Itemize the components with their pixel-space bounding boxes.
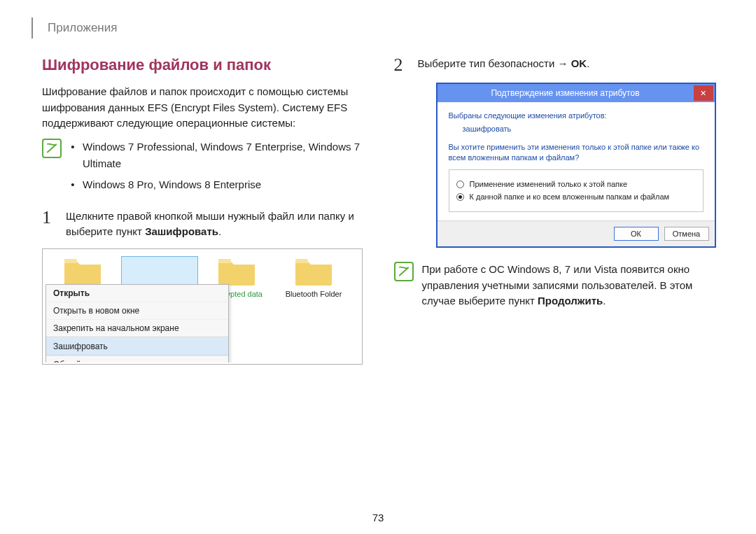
radio-option-recursive[interactable]: К данной папке и ко всем вложенным папка…: [456, 192, 696, 202]
bullet-dot: •: [70, 139, 76, 172]
radio-group: Применение изменений только к этой папке…: [449, 169, 704, 213]
bullet-dot: •: [70, 176, 76, 193]
page-corner-rule: [31, 17, 36, 38]
note2-bold: Продолжить: [538, 295, 603, 307]
folder-label: Bluetooth Folder: [286, 290, 342, 298]
step2-text-a: Выберите тип безопасности: [418, 57, 558, 69]
cancel-button[interactable]: Отмена: [664, 227, 709, 241]
dialog-line2: зашифровать: [463, 124, 704, 134]
step1-text-b: .: [218, 225, 221, 237]
step-1: 1 Щелкните правой кнопкой мыши нужный фа…: [42, 209, 363, 240]
page-number: 73: [42, 512, 714, 524]
dialog-line3: Вы хотите применить эти изменения только…: [449, 142, 704, 164]
arrow-icon: →: [558, 57, 568, 69]
close-icon[interactable]: ✕: [694, 85, 713, 101]
note-icon: [394, 262, 414, 281]
radio-icon: [456, 193, 464, 201]
ctx-item-pin[interactable]: Закрепить на начальном экране: [46, 319, 228, 337]
step1-bold: Зашифровать: [145, 225, 218, 237]
supported-os-note: •Windows 7 Professional, Windows 7 Enter…: [42, 139, 363, 197]
folder-icon: [63, 256, 102, 287]
ctx-item-open-new[interactable]: Открыть в новом окне: [46, 302, 228, 319]
bullet-text: Windows 7 Professional, Windows 7 Enterp…: [83, 139, 363, 172]
radio-label: Применение изменений только к этой папке: [470, 179, 628, 190]
dialog-title: Подтверждение изменения атрибутов: [438, 88, 694, 98]
radio-option-folder-only[interactable]: Применение изменений только к этой папке: [456, 179, 696, 190]
ctx-item-share[interactable]: Общий доступ: [46, 356, 228, 363]
note-icon: [42, 139, 62, 158]
radio-label: К данной папке и ко всем вложенным папка…: [470, 192, 670, 202]
step-number: 1: [42, 209, 56, 240]
uac-note: При работе с ОС Windows 8, 7 или Vista п…: [394, 262, 715, 309]
folder-icon: [294, 256, 333, 287]
ctx-item-open[interactable]: Открыть: [46, 285, 228, 302]
screenshot-1-frame: Encrypted data Bluetooth Folder Открыть …: [42, 248, 363, 365]
ok-button[interactable]: ОК: [614, 227, 659, 241]
radio-icon: [456, 181, 464, 188]
breadcrumb: Приложения: [48, 21, 714, 35]
ctx-item-encrypt[interactable]: Зашифровать: [46, 337, 228, 355]
context-menu: Открыть Открыть в новом окне Закрепить н…: [46, 284, 229, 363]
step-number: 2: [394, 56, 408, 74]
dialog-titlebar: Подтверждение изменения атрибутов ✕: [438, 84, 715, 102]
step2-text-b: .: [587, 57, 589, 69]
intro-paragraph: Шифрование файлов и папок происходит с п…: [42, 84, 363, 132]
bullet-text: Windows 8 Pro, Windows 8 Enterprise: [83, 176, 261, 193]
left-column: Шифрование файлов и папок Шифрование фай…: [42, 56, 363, 365]
folder-item[interactable]: Bluetooth Folder: [275, 256, 352, 298]
step2-bold: OK: [568, 57, 587, 69]
note2-text-b: .: [603, 295, 606, 307]
right-column: 2 Выберите тип безопасности → OK. Подтве…: [394, 56, 715, 365]
section-title: Шифрование файлов и папок: [42, 56, 363, 74]
folder-icon: [217, 256, 256, 287]
dialog-line1: Выбраны следующие изменения атрибутов:: [449, 111, 704, 121]
dialog-screenshot: Подтверждение изменения атрибутов ✕ Выбр…: [436, 83, 716, 248]
step-2: 2 Выберите тип безопасности → OK.: [394, 56, 715, 74]
